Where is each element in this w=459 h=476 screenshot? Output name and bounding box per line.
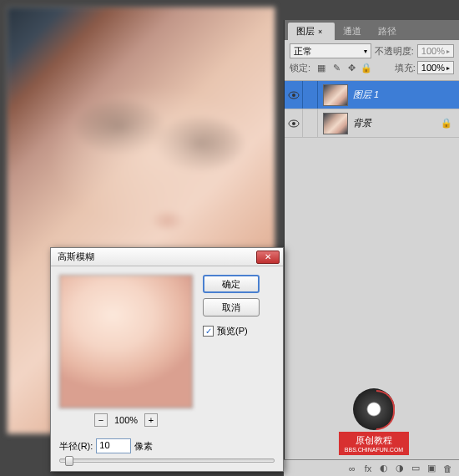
chevron-down-icon: ▾ (364, 48, 367, 55)
layer-mask-icon[interactable]: ◐ (377, 462, 391, 475)
tab-channels[interactable]: 通道 (335, 23, 370, 40)
layer-thumbnail[interactable] (323, 84, 348, 106)
link-cell[interactable] (303, 81, 318, 109)
svg-point-1 (292, 94, 295, 97)
zoom-out-button[interactable]: − (94, 413, 108, 427)
radius-input[interactable]: 10 (96, 438, 131, 453)
new-layer-icon[interactable]: ▣ (425, 462, 438, 475)
svg-point-3 (292, 122, 295, 125)
dialog-titlebar[interactable]: 高斯模糊 ✕ (51, 248, 283, 266)
fill-field[interactable]: 100%▸ (417, 61, 454, 74)
layer-panel-footer: ∞ fx ◐ ◑ ▭ ▣ 🗑 (284, 459, 459, 476)
opacity-field[interactable]: 100%▸ (417, 44, 454, 58)
delete-layer-icon[interactable]: 🗑 (441, 462, 454, 475)
checkbox-icon: ✓ (203, 326, 214, 337)
tab-close-icon[interactable]: × (318, 28, 326, 36)
blend-mode-select[interactable]: 正常▾ (290, 43, 371, 58)
lock-all-icon[interactable]: 🔒 (361, 62, 372, 73)
link-layers-icon[interactable]: ∞ (346, 462, 359, 475)
group-icon[interactable]: ▭ (409, 462, 422, 475)
layer-thumbnail[interactable] (323, 113, 348, 134)
fill-label: 填充: (395, 62, 416, 74)
adjustment-layer-icon[interactable]: ◑ (393, 462, 406, 475)
lock-transparent-icon[interactable]: ▦ (315, 62, 327, 73)
watermark-url: BBS.CHINAFUN.COM (339, 447, 409, 453)
ok-button[interactable]: 确定 (203, 275, 260, 293)
lock-label: 锁定: (290, 62, 310, 74)
visibility-toggle[interactable] (285, 109, 303, 137)
opacity-label: 不透明度: (375, 45, 414, 58)
dialog-title: 高斯模糊 (58, 251, 94, 263)
watermark-logo-icon (353, 388, 395, 430)
close-button[interactable]: ✕ (256, 251, 280, 264)
radius-label: 半径(R): (59, 440, 93, 453)
preview-area[interactable] (59, 275, 193, 408)
watermark-text: 原创教程 (356, 435, 392, 445)
tab-layers[interactable]: 图层× (288, 23, 335, 40)
link-cell[interactable] (303, 109, 318, 137)
radius-slider[interactable] (59, 458, 275, 463)
lock-paint-icon[interactable]: ✎ (330, 62, 342, 73)
radius-unit: 像素 (134, 440, 153, 453)
zoom-level: 100% (114, 415, 138, 425)
lock-position-icon[interactable]: ✥ (346, 62, 357, 73)
lock-icon: 🔒 (441, 118, 452, 129)
layer-row[interactable]: 图层 1 (285, 81, 459, 109)
layer-name[interactable]: 图层 1 (353, 89, 459, 101)
fx-icon[interactable]: fx (361, 462, 375, 475)
layer-name[interactable]: 背景 (353, 117, 441, 129)
gaussian-blur-dialog: 高斯模糊 ✕ − 100% + 确定 取消 ✓ 预览(P) 半径(R): 10 … (50, 247, 284, 472)
zoom-in-button[interactable]: + (144, 413, 158, 427)
panel-tabs: 图层× 通道 路径 (285, 20, 459, 40)
slider-handle[interactable] (65, 456, 73, 466)
watermark: 原创教程 BBS.CHINAFUN.COM (339, 388, 409, 455)
layer-row[interactable]: 背景 🔒 (285, 109, 459, 138)
tab-paths[interactable]: 路径 (370, 23, 405, 40)
visibility-toggle[interactable] (285, 81, 303, 109)
preview-checkbox[interactable]: ✓ 预览(P) (203, 325, 260, 337)
panel-controls: 正常▾ 不透明度: 100%▸ 锁定: ▦ ✎ ✥ 🔒 填充: 100%▸ (285, 40, 459, 81)
cancel-button[interactable]: 取消 (203, 298, 260, 316)
